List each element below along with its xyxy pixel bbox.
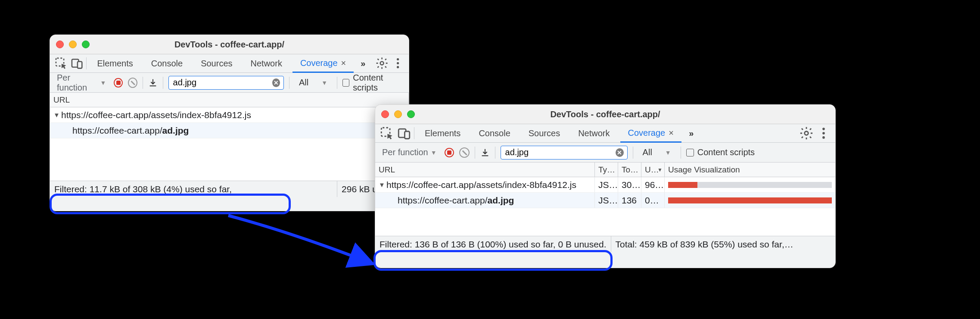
close-tab-icon[interactable]: × <box>669 128 674 138</box>
clear-button[interactable] <box>459 147 470 158</box>
table-row[interactable]: ▼ https://coffee-cart.app/assets/index-8… <box>50 107 409 123</box>
clear-filter-icon[interactable]: ✕ <box>616 148 624 157</box>
granularity-select[interactable]: Per function ▼ <box>54 73 109 93</box>
svg-point-4 <box>397 58 399 60</box>
header-url[interactable]: URL <box>375 163 595 177</box>
tab-label: Coverage <box>300 58 338 68</box>
close-icon[interactable] <box>56 41 64 48</box>
table-row[interactable]: ▼ https://coffee-cart.app/assets/index-8… <box>375 177 835 193</box>
record-button[interactable] <box>114 78 122 88</box>
tab-label: Coverage <box>628 128 666 138</box>
more-tabs-icon[interactable]: » <box>356 56 370 71</box>
gear-icon[interactable] <box>799 126 814 141</box>
minimize-icon[interactable] <box>69 41 77 48</box>
type-cell: JS… <box>595 193 618 208</box>
tab-console[interactable]: Console <box>143 54 190 72</box>
type-filter-select[interactable]: All ▼ <box>638 147 675 157</box>
tab-elements[interactable]: Elements <box>89 54 140 72</box>
expand-icon[interactable]: ▼ <box>379 181 385 188</box>
header-type[interactable]: Ty… <box>595 163 618 177</box>
status-bar: Filtered: 136 B of 136 B (100%) used so … <box>375 236 835 252</box>
url-bold: ad.jpg <box>488 195 514 206</box>
devtools-tabbar: Elements Console Sources Network Coverag… <box>50 54 409 73</box>
url-filter-input[interactable]: ✕ <box>501 146 628 160</box>
close-tab-icon[interactable]: × <box>341 58 346 68</box>
type-filter-select[interactable]: All ▼ <box>295 78 332 88</box>
export-button[interactable] <box>480 148 490 157</box>
svg-point-6 <box>397 66 399 68</box>
window-title: DevTools - coffee-cart.app/ <box>375 109 835 119</box>
filter-text[interactable] <box>172 77 272 88</box>
tab-network[interactable]: Network <box>243 54 290 72</box>
status-filtered: Filtered: 11.7 kB of 308 kB (4%) used so… <box>50 181 337 197</box>
table-row[interactable]: https://coffee-cart.app/ad.jpg <box>50 123 409 138</box>
header-unused[interactable]: U… ▼ <box>641 163 665 177</box>
coverage-toolbar: Per function ▼ ✕ All ▼ Content scripts <box>375 143 835 163</box>
minimize-icon[interactable] <box>394 110 402 118</box>
kebab-menu-icon[interactable] <box>816 126 831 141</box>
tab-console[interactable]: Console <box>471 124 518 142</box>
content-scripts-checkbox[interactable]: Content scripts <box>342 73 404 93</box>
tab-sources[interactable]: Sources <box>521 124 568 142</box>
svg-rect-2 <box>78 62 82 69</box>
url-filter-input[interactable]: ✕ <box>168 76 284 90</box>
clear-filter-icon[interactable]: ✕ <box>272 78 280 87</box>
zoom-icon[interactable] <box>82 41 90 48</box>
header-url[interactable]: URL <box>50 93 409 107</box>
url-cell: https://coffee-cart.app/ <box>72 125 162 136</box>
export-button[interactable] <box>148 78 158 88</box>
header-total[interactable]: To… <box>618 163 641 177</box>
content-scripts-checkbox[interactable]: Content scripts <box>686 147 755 157</box>
more-tabs-icon[interactable]: » <box>684 126 699 141</box>
url-cell: https://coffee-cart.app/ <box>398 195 488 206</box>
svg-point-13 <box>822 136 825 139</box>
tab-sources[interactable]: Sources <box>193 54 240 72</box>
clear-button[interactable] <box>128 78 137 88</box>
devtools-window-1: DevTools - coffee-cart.app/ Elements Con… <box>50 34 409 211</box>
url-bold: ad.jpg <box>162 125 189 136</box>
traffic-lights <box>56 41 90 48</box>
zoom-icon[interactable] <box>407 110 415 118</box>
traffic-lights <box>381 110 415 118</box>
svg-point-3 <box>380 62 383 65</box>
tab-network[interactable]: Network <box>570 124 617 142</box>
granularity-label: Per function <box>382 147 428 157</box>
expand-icon[interactable]: ▼ <box>53 111 59 119</box>
annotation-arrow <box>215 207 388 280</box>
checkbox-label: Content scripts <box>697 147 755 157</box>
header-viz[interactable]: Usage Visualization <box>665 163 835 177</box>
chevron-down-icon: ▼ <box>665 149 671 156</box>
titlebar[interactable]: DevTools - coffee-cart.app/ <box>50 35 409 54</box>
checkbox-label: Content scripts <box>353 73 404 93</box>
granularity-select[interactable]: Per function ▼ <box>380 147 439 157</box>
coverage-table: ▼ https://coffee-cart.app/assets/index-8… <box>50 107 409 181</box>
device-toolbar-icon[interactable] <box>70 56 84 71</box>
inspect-element-icon[interactable] <box>380 126 394 141</box>
chevron-down-icon: ▼ <box>431 149 437 156</box>
svg-point-10 <box>805 131 809 135</box>
tab-coverage[interactable]: Coverage × <box>620 125 681 143</box>
titlebar[interactable]: DevTools - coffee-cart.app/ <box>375 105 835 124</box>
inspect-element-icon[interactable] <box>54 56 68 71</box>
status-filtered: Filtered: 136 B of 136 B (100%) used so … <box>375 236 611 252</box>
device-toolbar-icon[interactable] <box>397 126 411 141</box>
total-cell: 30… <box>618 177 641 192</box>
status-total: Total: 459 kB of 839 kB (55%) used so fa… <box>611 236 836 252</box>
tab-elements[interactable]: Elements <box>417 124 468 142</box>
chevron-down-icon: ▼ <box>100 79 106 86</box>
tab-coverage[interactable]: Coverage × <box>292 55 354 73</box>
type-filter-label: All <box>299 78 308 88</box>
url-cell: https://coffee-cart.app/assets/index-8bf… <box>61 110 251 120</box>
record-button[interactable] <box>445 148 454 157</box>
unused-cell: 96… <box>641 177 665 192</box>
devtools-window-2: DevTools - coffee-cart.app/ Elements Con… <box>375 104 836 268</box>
granularity-label: Per function <box>57 73 98 93</box>
kebab-menu-icon[interactable] <box>391 56 404 71</box>
gear-icon[interactable] <box>375 56 389 71</box>
filter-text[interactable] <box>504 147 616 158</box>
close-icon[interactable] <box>381 110 389 118</box>
table-row[interactable]: https://coffee-cart.app/ad.jpg JS… 136 0… <box>375 193 835 208</box>
coverage-toolbar: Per function ▼ ✕ All ▼ Content scripts <box>50 73 409 93</box>
chevron-down-icon: ▼ <box>321 79 327 86</box>
table-headers: URL <box>50 93 409 107</box>
